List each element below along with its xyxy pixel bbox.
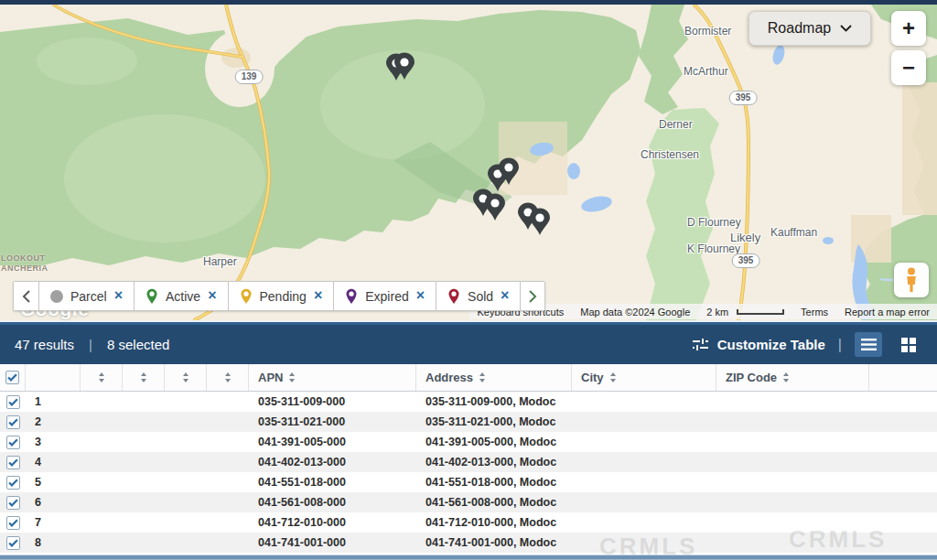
route-shield-139: 139 [235, 70, 264, 84]
cell-apn: 041-402-013-000 [249, 456, 416, 468]
sliders-icon [692, 338, 709, 351]
sort-icon [288, 372, 296, 382]
sort-icon [182, 372, 189, 382]
select-all-checkbox[interactable] [5, 371, 19, 384]
check-icon [8, 398, 18, 406]
table-row[interactable]: 8 041-741-001-000 041-741-001-000, Modoc [0, 533, 937, 553]
column-header-address[interactable]: Address [416, 364, 572, 391]
map-label-kauffman: Kauffman [770, 226, 817, 239]
parcel-circle-icon [50, 290, 63, 303]
check-icon [8, 418, 18, 426]
cell-address: 041-712-010-000, Modoc [416, 516, 572, 529]
map-pin[interactable] [394, 53, 415, 81]
cell-apn: 041-741-001-000 [249, 536, 416, 549]
filter-chip-pending[interactable]: Pending × [228, 282, 334, 310]
check-icon [8, 458, 18, 467]
route-shield-395-north: 395 [729, 91, 758, 105]
row-checkbox[interactable] [6, 456, 20, 469]
list-view-button[interactable] [855, 332, 882, 357]
pegman-button[interactable] [894, 263, 929, 297]
grid-view-button[interactable] [895, 332, 922, 357]
map-label-d-flourney: D Flourney [687, 216, 741, 229]
map-canvas[interactable]: Bormister McArthur Derner Christensen D … [0, 5, 937, 320]
cell-address: 035-311-009-000, Modoc [416, 395, 572, 408]
cell-apn: 035-311-021-000 [249, 415, 416, 428]
remove-pending-filter-button[interactable]: × [314, 288, 322, 305]
row-checkbox[interactable] [6, 536, 20, 550]
sort-icon [224, 372, 232, 382]
filter-chip-parcel[interactable]: Parcel × [38, 282, 134, 310]
column-header-sort-3[interactable] [165, 364, 207, 391]
row-checkbox[interactable] [6, 395, 20, 409]
filter-chip-sold[interactable]: Sold × [436, 282, 520, 310]
table-row[interactable]: 2 035-311-021-000 035-311-021-000, Modoc [0, 412, 937, 432]
chips-next-button[interactable] [520, 282, 544, 310]
chips-prev-button[interactable] [14, 282, 38, 310]
zoom-out-button[interactable]: − [891, 50, 926, 85]
table-row[interactable]: 6 041-561-008-000 041-561-008-000, Modoc [0, 492, 937, 512]
cell-address: 041-402-013-000, Modoc [416, 456, 572, 468]
remove-expired-filter-button[interactable]: × [416, 288, 425, 305]
row-checkbox[interactable] [6, 415, 20, 429]
sort-icon [479, 372, 486, 382]
table-row[interactable]: 4 041-402-013-000 041-402-013-000, Modoc [0, 452, 937, 472]
row-checkbox[interactable] [6, 436, 20, 449]
map-pin[interactable] [386, 54, 406, 81]
filter-chip-active[interactable]: Active × [134, 282, 227, 310]
map-pin[interactable] [488, 165, 508, 192]
column-header-zip[interactable]: ZIP Code [716, 364, 869, 391]
table-row[interactable]: 3 041-391-005-000 041-391-005-000, Modoc [0, 432, 937, 452]
map-label-derner: Derner [659, 118, 693, 131]
row-number: 8 [26, 536, 81, 549]
map-pin[interactable] [518, 203, 538, 231]
chevron-right-icon [529, 290, 537, 303]
map-pin[interactable] [485, 194, 505, 221]
row-number: 6 [26, 496, 81, 509]
column-header-number [26, 364, 81, 391]
map-pin[interactable] [499, 158, 519, 186]
map-label-harper: Harper [203, 255, 237, 268]
chevron-left-icon [22, 290, 30, 303]
row-checkbox[interactable] [6, 476, 20, 490]
table-body: 1 035-311-009-000 035-311-009-000, Modoc… [0, 392, 937, 553]
map-pin[interactable] [473, 189, 493, 217]
row-number: 1 [26, 395, 81, 408]
map-pin[interactable] [530, 209, 550, 236]
table-row[interactable]: 5 041-551-018-000 041-551-018-000, Modoc [0, 472, 937, 492]
column-header-sort-2[interactable] [123, 364, 165, 391]
filter-chip-expired[interactable]: Expired × [333, 282, 436, 310]
table-header-row: APN Address City ZIP Code [0, 364, 937, 392]
row-checkbox[interactable] [6, 496, 20, 510]
zoom-in-button[interactable]: + [891, 11, 926, 46]
report-map-error-link[interactable]: Report a map error [845, 307, 930, 318]
check-icon [8, 499, 18, 507]
terms-link[interactable]: Terms [801, 307, 828, 318]
column-header-apn[interactable]: APN [249, 364, 416, 391]
scale-bar [737, 309, 784, 315]
row-number: 3 [26, 436, 81, 448]
remove-active-filter-button[interactable]: × [208, 288, 216, 305]
table-row[interactable]: 1 035-311-009-000 035-311-009-000, Modoc [0, 392, 937, 412]
column-header-sort-4[interactable] [207, 364, 249, 391]
remove-sold-filter-button[interactable]: × [501, 288, 509, 305]
sold-pin-icon [447, 288, 460, 305]
horizontal-scrollbar[interactable] [0, 555, 937, 560]
cell-apn: 035-311-009-000 [249, 395, 416, 408]
customize-table-button[interactable]: Customize Table [692, 337, 825, 352]
check-icon [8, 539, 18, 547]
scrollbar-thumb[interactable] [0, 555, 937, 560]
row-checkbox[interactable] [6, 516, 20, 530]
results-count: 47 results [15, 337, 74, 352]
cell-apn: 041-551-018-000 [249, 476, 416, 489]
column-header-sort-1[interactable] [81, 364, 123, 391]
column-header-city[interactable]: City [572, 364, 716, 391]
cell-address: 035-311-021-000, Modoc [416, 415, 572, 428]
sort-icon [140, 372, 147, 382]
cell-address: 041-561-008-000, Modoc [416, 496, 572, 509]
table-row[interactable]: 7 041-712-010-000 041-712-010-000, Modoc [0, 512, 937, 533]
map-type-button[interactable]: Roadmap [749, 11, 871, 46]
map-label-mcarthur: McArthur [684, 65, 728, 78]
map-terrain [0, 5, 937, 320]
cell-apn: 041-712-010-000 [249, 516, 416, 529]
remove-parcel-filter-button[interactable]: × [114, 288, 123, 305]
